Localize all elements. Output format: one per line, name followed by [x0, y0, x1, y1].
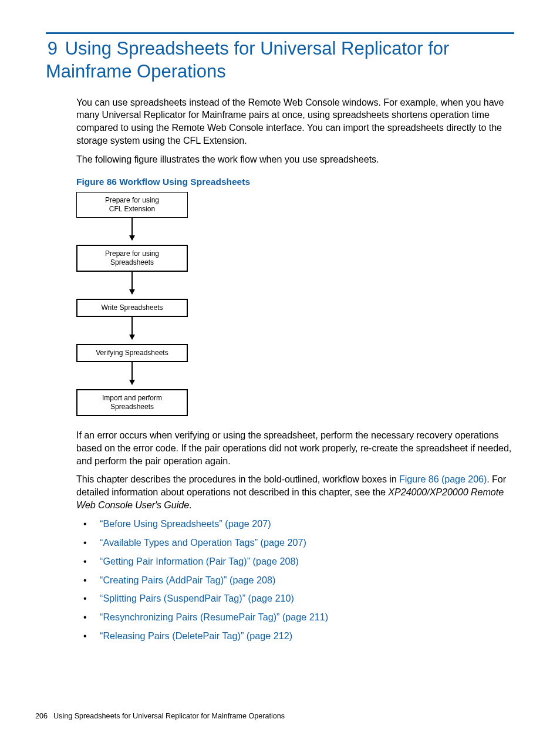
- flow-arrow: [76, 218, 188, 245]
- figure-caption: Figure 86 Workflow Using Spreadsheets: [76, 177, 514, 187]
- flow-box-write: Write Spreadsheets: [76, 299, 188, 317]
- intro-paragraph-2: The following figure illustrates the wor…: [76, 153, 514, 166]
- flow-text: Import and perform: [102, 394, 162, 402]
- flow-text: Prepare for using: [105, 249, 159, 258]
- intro-paragraph-1: You can use spreadsheets instead of the …: [76, 96, 514, 147]
- flowchart: Prepare for using CFL Extension Prepare …: [76, 192, 188, 416]
- flow-box-prepare-cfl: Prepare for using CFL Extension: [76, 192, 188, 218]
- toc-item[interactable]: “Creating Pairs (AddPair Tag)” (page 208…: [76, 574, 514, 587]
- toc-item[interactable]: “Resynchronizing Pairs (ResumePair Tag)”…: [76, 611, 514, 624]
- toc-item[interactable]: “Getting Pair Information (Pair Tag)” (p…: [76, 555, 514, 568]
- after-paragraph-1: If an error occurs when verifying or usi…: [76, 429, 514, 468]
- text-run: .: [189, 499, 191, 510]
- after-paragraph-2: This chapter describes the procedures in…: [76, 473, 514, 512]
- flow-box-prepare-spreadsheets: Prepare for using Spreadsheets: [76, 245, 188, 272]
- flow-box-import: Import and perform Spreadsheets: [76, 389, 188, 416]
- page-footer: 206Using Spreadsheets for Universal Repl…: [35, 712, 285, 720]
- flow-text: Spreadsheets: [110, 403, 154, 411]
- flow-arrow: [76, 362, 188, 389]
- top-rule: [46, 32, 514, 34]
- flow-arrow: [76, 317, 188, 344]
- flow-text: Spreadsheets: [110, 258, 154, 266]
- chapter-title-text: Using Spreadsheets for Universal Replica…: [46, 38, 449, 82]
- text-run: This chapter describes the procedures in…: [76, 474, 399, 484]
- flow-text: Prepare for using: [105, 196, 159, 204]
- page-number: 206: [35, 712, 48, 720]
- toc-item[interactable]: “Available Types and Operation Tags” (pa…: [76, 536, 514, 549]
- flow-arrow: [76, 272, 188, 299]
- flow-text: Write Spreadsheets: [101, 303, 163, 312]
- toc-list: “Before Using Spreadsheets” (page 207) “…: [76, 518, 514, 643]
- toc-item[interactable]: “Splitting Pairs (SuspendPair Tag)” (pag…: [76, 592, 514, 605]
- footer-text: Using Spreadsheets for Universal Replica…: [53, 712, 285, 720]
- chapter-number: 9: [46, 38, 58, 60]
- flow-box-verify: Verifying Spreadsheets: [76, 344, 188, 362]
- flow-text: Verifying Spreadsheets: [96, 349, 168, 357]
- figure-link[interactable]: Figure 86 (page 206): [399, 474, 487, 484]
- toc-item[interactable]: “Before Using Spreadsheets” (page 207): [76, 518, 514, 531]
- flow-text: CFL Extension: [109, 205, 155, 213]
- chapter-title: 9 Using Spreadsheets for Universal Repli…: [46, 38, 514, 83]
- toc-item[interactable]: “Releasing Pairs (DeletePair Tag)” (page…: [76, 630, 514, 643]
